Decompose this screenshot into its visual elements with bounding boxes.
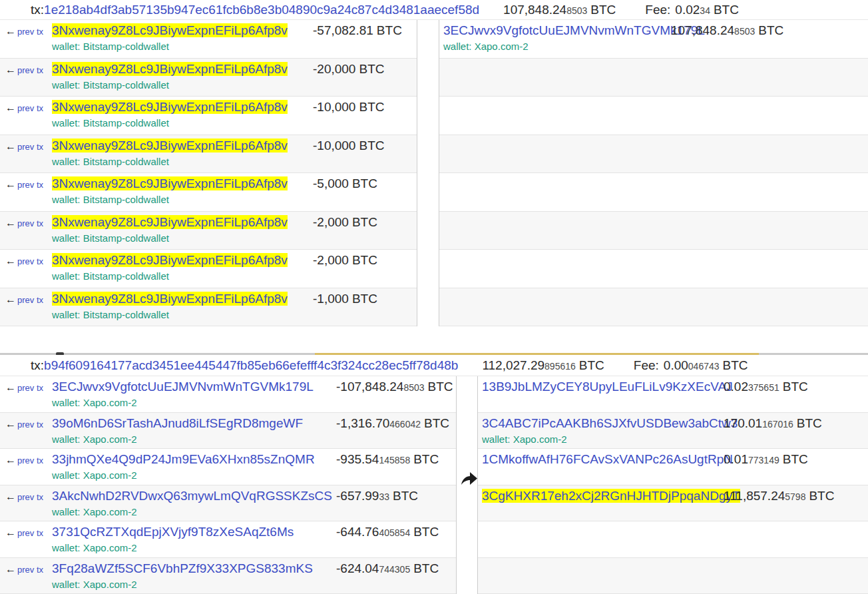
prev-tx-link[interactable]: prev tx [17, 295, 43, 305]
wallet-label[interactable]: wallet: Xapo.com-2 [52, 541, 336, 554]
arrow-left-icon: ← [5, 418, 16, 430]
wallet-label[interactable]: wallet: Xapo.com-2 [52, 396, 336, 409]
wallet-label[interactable]: wallet: Xapo.com-2 [482, 433, 724, 446]
output-row: 3C4ABC7iPcAAKBh6SJXfvUSDBew3abCtw3wallet… [478, 413, 868, 449]
empty-row [439, 173, 868, 212]
address-link[interactable]: 3Nxwenay9Z8Lc9JBiywExpnEFiLp6Afp8v [52, 23, 288, 37]
wallet-label[interactable]: wallet: Xapo.com-2 [52, 505, 336, 518]
column-gap [417, 20, 439, 326]
wallet-label[interactable]: wallet: Bitstamp-coldwallet [52, 193, 313, 206]
address-link[interactable]: 3Nxwenay9Z8Lc9JBiywExpnEFiLp6Afp8v [52, 215, 288, 229]
input-row: ←prev tx 3Nxwenay9Z8Lc9JBiywExpnEFiLp6Af… [0, 20, 417, 59]
prev-tx-link[interactable]: prev tx [17, 180, 43, 190]
address-link[interactable]: 3Nxwenay9Z8Lc9JBiywExpnEFiLp6Afp8v [52, 253, 288, 267]
input-row: ←prev tx 33jhmQXe4Q9dP24Jm9EVa6XHxn85sZn… [0, 449, 456, 485]
transaction-block-2: tx:b94f609164177acd3451ee445447fb85eb66e… [0, 355, 868, 594]
tx-total-amount: 107,848.248503BTC [503, 3, 616, 17]
tx-fee: Fee:0.0234BTC [645, 3, 739, 17]
wallet-label[interactable]: wallet: Bitstamp-coldwallet [52, 40, 313, 53]
address-link[interactable]: 3Nxwenay9Z8Lc9JBiywExpnEFiLp6Afp8v [52, 139, 288, 152]
address-link[interactable]: 3AkcNwhD2RVDwxQ63mywLmQVqRGSSKZsCS [52, 489, 332, 503]
wallet-label[interactable]: wallet: Bitstamp-coldwallet [52, 308, 313, 321]
amount: 0.02375651BTC [724, 380, 808, 395]
arrow-left-icon: ← [5, 141, 16, 152]
output-row: 1CMkoffwAfH76FCAvSxVANPc26AsUgtRpN 0.017… [478, 449, 868, 485]
wallet-label[interactable]: wallet: Xapo.com-2 [52, 433, 336, 446]
amount: -644.76405854BTC [336, 525, 439, 540]
address-link[interactable]: 1CMkoffwAfH76FCAvSxVANPc26AsUgtRpN [482, 452, 733, 466]
wallet-label[interactable]: wallet: Bitstamp-coldwallet [52, 117, 313, 129]
amount: 170.01167016BTC [724, 416, 822, 432]
amount: -1,000BTC [313, 292, 377, 307]
empty-row [478, 558, 868, 594]
address-link[interactable]: 3CgKHXR17eh2xCj2RGnHJHTDjPpqaNDgyT [482, 489, 740, 503]
amount: -10,000BTC [313, 139, 384, 154]
amount: -5,000BTC [313, 176, 377, 192]
amount: -624.04744305BTC [336, 561, 439, 577]
tx-id-link[interactable]: 1e218ab4df3ab57135b947ec61fcb6b8e3b04890… [44, 3, 479, 17]
arrow-left-icon: ← [5, 563, 16, 575]
address-link[interactable]: 3ECJwvx9VgfotcUuEJMVNvmWnTGVMk179L [52, 380, 314, 394]
address-link[interactable]: 33jhmQXe4Q9dP24Jm9EVa6XHxn85sZnQMR [52, 452, 315, 466]
arrow-left-icon: ← [5, 64, 16, 75]
wallet-label[interactable]: wallet: Xapo.com-2 [52, 578, 336, 591]
prev-tx-link[interactable]: prev tx [17, 383, 43, 393]
address-link[interactable]: 3Nxwenay9Z8Lc9JBiywExpnEFiLp6Afp8v [52, 176, 288, 190]
input-row: ←prev tx 3Nxwenay9Z8Lc9JBiywExpnEFiLp6Af… [0, 59, 417, 97]
prev-tx-link[interactable]: prev tx [17, 142, 43, 152]
prev-tx-link[interactable]: prev tx [17, 218, 43, 228]
input-row: ←prev tx 39oM6nD6SrTashAJnud8iLfSEgRD8mg… [0, 413, 456, 449]
address-link[interactable]: 3C4ABC7iPcAAKBh6SJXfvUSDBew3abCtw3 [482, 416, 738, 430]
arrow-left-icon: ← [5, 178, 16, 190]
outputs-column: 13B9JbLMZyCEY8UpyLEuFLiLv9KzXEcVAJ 0.023… [477, 376, 868, 594]
empty-row [478, 521, 868, 558]
empty-row [439, 212, 868, 250]
address-link[interactable]: 3ECJwvx9VgfotcUuEJMVNvmWnTGVMk179L [443, 23, 705, 37]
wallet-label[interactable]: wallet: Xapo.com-2 [52, 469, 336, 481]
prev-tx-link[interactable]: prev tx [17, 420, 43, 430]
input-row: ←prev tx 3Nxwenay9Z8Lc9JBiywExpnEFiLp6Af… [0, 212, 417, 250]
wallet-label[interactable]: wallet: Bitstamp-coldwallet [52, 155, 313, 168]
address-link[interactable]: 3731QcRZTXqdEpjXVjyf9T8zXeSAqZt6Ms [52, 525, 294, 539]
prev-tx-link[interactable]: prev tx [17, 27, 43, 37]
prev-tx-link[interactable]: prev tx [17, 103, 43, 113]
prev-tx-link[interactable]: prev tx [17, 65, 43, 75]
tx-header: tx:b94f609164177acd3451ee445447fb85eb66e… [0, 355, 868, 376]
arrow-left-icon: ← [5, 382, 16, 393]
arrow-left-icon: ← [5, 217, 16, 228]
address-link[interactable]: 13B9JbLMZyCEY8UpyLEuFLiLv9KzXEcVAJ [482, 380, 733, 394]
amount: 0.01773149BTC [724, 452, 808, 467]
output-row: 13B9JbLMZyCEY8UpyLEuFLiLv9KzXEcVAJ 0.023… [478, 376, 868, 413]
transaction-block-1: tx:1e218ab4df3ab57135b947ec61fcb6b8e3b04… [0, 0, 868, 326]
empty-row [439, 135, 868, 174]
prev-tx-link[interactable]: prev tx [17, 492, 43, 502]
output-arrow-icon [461, 471, 478, 485]
wallet-label[interactable]: wallet: Bitstamp-coldwallet [52, 270, 313, 282]
prev-tx-link[interactable]: prev tx [17, 256, 43, 266]
address-link[interactable]: 3Nxwenay9Z8Lc9JBiywExpnEFiLp6Afp8v [52, 100, 288, 114]
outputs-column: 3ECJwvx9VgfotcUuEJMVNvmWnTGVMk179Lwallet… [439, 20, 868, 326]
tx-total-amount: 112,027.29895616BTC [482, 358, 604, 373]
address-link[interactable]: 39oM6nD6SrTashAJnud8iLfSEgRD8mgeWF [52, 416, 303, 430]
wallet-label[interactable]: wallet: Bitstamp-coldwallet [52, 79, 313, 91]
prev-tx-link[interactable]: prev tx [17, 455, 43, 465]
arrow-left-icon: ← [5, 25, 16, 37]
empty-row [439, 250, 868, 288]
address-link[interactable]: 3Nxwenay9Z8Lc9JBiywExpnEFiLp6Afp8v [52, 292, 288, 306]
input-row: ←prev tx 3Fq28aWZf5SCF6VbhPZf9X33XPGS833… [0, 558, 456, 594]
amount: -57,082.81BTC [313, 23, 402, 39]
inputs-column: ←prev tx 3Nxwenay9Z8Lc9JBiywExpnEFiLp6Af… [0, 20, 417, 326]
prev-tx-link[interactable]: prev tx [17, 565, 43, 575]
prev-tx-link[interactable]: prev tx [17, 528, 43, 538]
input-row: ←prev tx 3Nxwenay9Z8Lc9JBiywExpnEFiLp6Af… [0, 173, 417, 212]
address-link[interactable]: 3Nxwenay9Z8Lc9JBiywExpnEFiLp6Afp8v [52, 62, 288, 76]
wallet-label[interactable]: wallet: Bitstamp-coldwallet [52, 232, 313, 244]
input-row: ←prev tx 3Nxwenay9Z8Lc9JBiywExpnEFiLp6Af… [0, 288, 417, 327]
input-row: ←prev tx 3Nxwenay9Z8Lc9JBiywExpnEFiLp6Af… [0, 250, 417, 288]
empty-row [439, 288, 868, 327]
arrow-left-icon: ← [5, 255, 16, 266]
address-link[interactable]: 3Fq28aWZf5SCF6VbhPZf9X33XPGS833mKS [52, 561, 313, 575]
arrow-left-icon: ← [5, 294, 16, 305]
tx-id-link[interactable]: b94f609164177acd3451ee445447fb85eb66efef… [44, 358, 458, 373]
wallet-label[interactable]: wallet: Xapo.com-2 [443, 40, 671, 53]
